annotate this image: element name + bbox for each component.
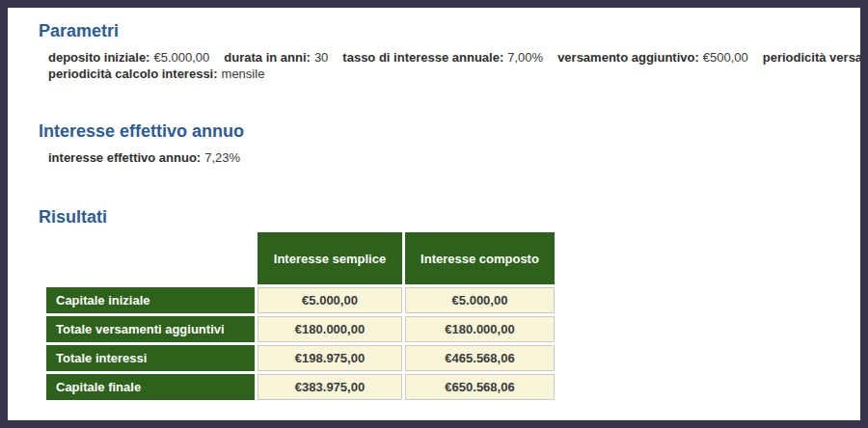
param-periodicita-calcolo-interessi: periodicità calcolo interessi:mensile [48,66,264,82]
cell-value: €383.975,00 [258,374,402,400]
column-header-interesse-semplice: Interesse semplice [258,232,402,284]
table-row-capitale-finale: Capitale finale €383.975,00 €650.568,06 [46,374,555,400]
table-header-row: Interesse semplice Interesse composto [46,232,555,284]
param-value: 7,00% [507,50,543,65]
cell-value: €465.568,06 [405,345,555,371]
param-periodicita-versamenti: periodicità versamenti:mensile [763,49,868,66]
cell-value: €5.000,00 [258,287,402,313]
row-header: Capitale finale [46,374,255,400]
cell-value: €198.975,00 [258,345,402,371]
table-row-totale-interessi: Totale interessi €198.975,00 €465.568,06 [46,345,555,371]
cell-value: €650.568,06 [405,374,555,400]
parameters-line-2: periodicità calcolo interessi:mensile [39,66,851,82]
param-label: periodicità calcolo interessi: [48,67,218,81]
cell-value: €180.000,00 [258,316,402,342]
row-header: Totale interessi [46,345,255,371]
row-header: Totale versamenti aggiuntivi [46,316,255,342]
results-table: Interesse semplice Interesse composto Ca… [43,229,557,403]
corner-cell [46,232,255,284]
param-label: interesse effettivo annuo: [48,150,201,165]
param-versamento-aggiuntivo: versamento aggiuntivo:€500,00 [557,49,748,66]
column-header-interesse-composto: Interesse composto [405,232,555,284]
cell-value: €180.000,00 [405,316,555,342]
section-interesse-effettivo: Interesse effettivo annuo interesse effe… [39,120,851,166]
page-frame: Parametri deposito iniziale:€5.000,00 du… [0,0,868,428]
row-header: Capitale iniziale [46,287,255,313]
param-label: versamento aggiuntivo: [557,50,699,65]
section-parametri: Parametri deposito iniziale:€5.000,00 du… [39,20,851,82]
param-interesse-effettivo-annuo: interesse effettivo annuo:7,23% [48,149,240,166]
section-title-parametri: Parametri [39,20,851,41]
section-risultati: Risultati Interesse semplice Interesse c… [39,206,851,403]
param-label: deposito iniziale: [48,50,149,65]
interesse-effettivo-line: interesse effettivo annuo:7,23% [39,149,851,166]
param-label: durata in anni: [224,50,311,65]
parameters-line-1: deposito iniziale:€5.000,00 durata in an… [39,49,851,66]
param-durata-in-anni: durata in anni:30 [224,49,328,66]
cell-value: €5.000,00 [405,287,555,313]
param-value: €500,00 [703,50,748,65]
param-label: periodicità versamenti: [763,50,868,65]
section-title-interesse-effettivo: Interesse effettivo annuo [39,120,851,142]
param-label: tasso di interesse annuale: [342,50,503,65]
section-title-risultati: Risultati [39,206,851,227]
table-row-capitale-iniziale: Capitale iniziale €5.000,00 €5.000,00 [46,287,555,313]
table-row-totale-versamenti-aggiuntivi: Totale versamenti aggiuntivi €180.000,00… [46,316,555,342]
param-deposito-iniziale: deposito iniziale:€5.000,00 [48,49,209,66]
param-value: 30 [314,50,328,65]
param-tasso-interesse-annuale: tasso di interesse annuale:7,00% [342,49,543,66]
param-value: 7,23% [204,150,240,165]
param-value: €5.000,00 [153,50,209,65]
param-value: mensile [222,67,265,81]
